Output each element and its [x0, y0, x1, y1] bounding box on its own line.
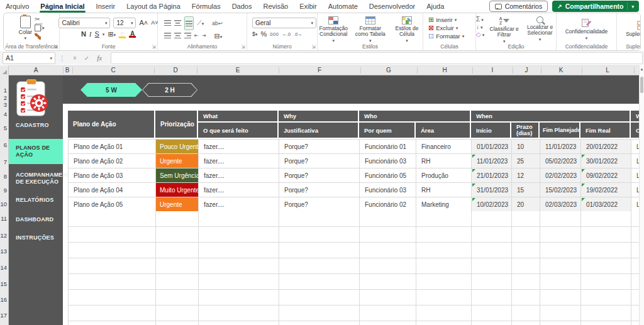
dialog-launcher-icon[interactable]: ⇲ — [241, 45, 245, 50]
decrease-indent-button[interactable]: ⇤ — [194, 33, 199, 38]
cell-area[interactable]: Produção — [416, 168, 472, 183]
cancel-icon[interactable]: × — [73, 55, 77, 62]
menu-tab-pagina-inicial[interactable]: Página Inicial — [35, 0, 90, 13]
cell-area[interactable]: RH — [416, 183, 472, 197]
cell-priority[interactable]: Muito Urgente — [156, 183, 199, 197]
cell-fim-real[interactable]: 09/02/2022 — [581, 168, 631, 183]
conditional-formatting-button[interactable]: Formatação Condicional ▾ — [318, 16, 350, 43]
cell-inicio[interactable]: 01/01/2023 — [472, 140, 512, 154]
empty-cell[interactable] — [581, 274, 631, 290]
empty-cell[interactable] — [416, 227, 472, 243]
empty-cell[interactable] — [416, 243, 472, 258]
fill-button[interactable]: ↓▾ — [476, 24, 483, 30]
sidebar-item-instrucoes[interactable]: INSTRUÇÕES — [9, 233, 63, 243]
cell-what[interactable]: fazer.... — [199, 168, 279, 183]
empty-cell[interactable] — [631, 274, 639, 290]
cell-who[interactable]: Funcionário 02 — [360, 197, 416, 212]
cell-prazo[interactable]: 25 — [512, 154, 540, 168]
cell-styles-button[interactable]: Estilos de Célula ▾ — [391, 16, 423, 43]
align-middle-button[interactable] — [174, 20, 181, 26]
header-group-when[interactable]: When — [471, 111, 630, 121]
enter-check-icon[interactable]: ✓ — [84, 55, 89, 62]
orientation-button[interactable]: ⟋▾ — [197, 19, 204, 26]
empty-cell[interactable] — [199, 243, 279, 258]
cell-onde[interactable]: Loc — [631, 154, 639, 168]
insert-function-icon[interactable]: fx — [97, 54, 102, 62]
cell-plan[interactable]: Plano de Ação 01 — [69, 140, 156, 154]
cell-inicio[interactable]: 31/01/2023 — [472, 183, 512, 197]
cell-plan[interactable]: Plano de Ação 02 — [69, 154, 156, 168]
sidebar-item-planos-de-acao[interactable]: PLANOS DE AÇÃO — [9, 139, 63, 164]
empty-cell[interactable] — [279, 258, 360, 274]
format-cells-button[interactable]: ⊡Formatar▾ — [428, 33, 464, 40]
column-header[interactable]: F — [318, 67, 321, 74]
empty-cell[interactable] — [540, 321, 581, 325]
menu-tab-revisao[interactable]: Revisão — [257, 0, 294, 13]
menu-tab-ajuda[interactable]: Ajuda — [421, 0, 450, 13]
fill-color-button[interactable]: ◌ — [119, 30, 126, 38]
empty-cell[interactable] — [581, 321, 631, 325]
empty-cell[interactable] — [156, 321, 199, 325]
cell-onde[interactable]: Loc — [631, 140, 639, 154]
empty-cell[interactable] — [472, 227, 512, 243]
row-header[interactable]: 11 — [1, 215, 7, 222]
delete-cells-button[interactable]: ⊠Excluir▾ — [428, 25, 458, 31]
header-group-what[interactable]: What — [198, 111, 277, 121]
bold-button[interactable]: N — [81, 30, 86, 38]
empty-cell[interactable] — [69, 211, 156, 227]
column-header[interactable]: A — [34, 67, 38, 74]
empty-cell[interactable] — [472, 274, 512, 290]
empty-cell[interactable] — [416, 321, 472, 325]
empty-cell[interactable] — [69, 258, 156, 274]
empty-cell[interactable] — [472, 321, 512, 325]
empty-cell[interactable] — [472, 211, 512, 227]
cell-area[interactable]: Financeiro — [416, 140, 472, 154]
empty-cell[interactable] — [581, 211, 631, 227]
header-onde[interactable]: On — [631, 123, 639, 138]
cell-why[interactable]: Porque? — [279, 197, 360, 212]
empty-cell[interactable] — [360, 306, 416, 321]
cell-who[interactable]: Funcionário 05 — [360, 168, 416, 183]
header-o-que-sera-feito[interactable]: O que será feito — [198, 123, 277, 138]
empty-cell[interactable] — [472, 306, 512, 321]
cell-inicio[interactable]: 11/01/2023 — [472, 154, 512, 168]
empty-cell[interactable] — [416, 211, 472, 227]
empty-cell[interactable] — [360, 243, 416, 258]
cell-plan[interactable]: Plano de Ação 05 — [69, 197, 156, 212]
comments-button[interactable]: Comentários — [489, 1, 548, 12]
header-area[interactable]: Área — [416, 123, 470, 138]
column-header[interactable]: E — [236, 67, 240, 74]
cell-why[interactable]: Porque? — [279, 154, 360, 168]
cell-area[interactable]: RH — [416, 154, 472, 168]
column-header[interactable]: D — [173, 67, 177, 74]
decrease-decimal-button[interactable]: .0→ — [294, 31, 303, 37]
row-headers[interactable]: 1 2 3 4 5 6 7 8 9 10 11 12 13 14 15 16 1… — [0, 75, 9, 325]
vertical-scrollbar[interactable]: ▲ — [639, 65, 644, 325]
decrease-font-size-button[interactable]: A˅ — [151, 19, 158, 26]
menu-tab-inserir[interactable]: Inserir — [91, 0, 121, 13]
empty-cell[interactable] — [156, 243, 199, 258]
number-format-select[interactable]: Geral▾ — [252, 18, 316, 28]
sidebar-item-acompanhamento[interactable]: ACOMPANHAMENTO DE EXECUÇÃO — [9, 170, 62, 187]
empty-cell[interactable] — [360, 258, 416, 274]
empty-cell[interactable] — [631, 258, 639, 274]
empty-cell[interactable] — [512, 243, 540, 258]
cell-onde[interactable]: Loc — [631, 197, 639, 212]
empty-cell[interactable] — [631, 290, 639, 306]
row-header[interactable]: 13 — [0, 248, 7, 255]
empty-cell[interactable] — [279, 306, 360, 321]
scrollbar-thumb[interactable] — [640, 77, 643, 93]
cell-onde[interactable]: Loc — [631, 183, 639, 197]
header-group-why[interactable]: Why — [279, 111, 358, 121]
empty-cell[interactable] — [199, 274, 279, 290]
empty-cell[interactable] — [360, 227, 416, 243]
cell-priority[interactable]: Urgente — [156, 197, 199, 212]
row-header[interactable]: 7 — [4, 158, 7, 165]
menu-tab-automate[interactable]: Automate — [323, 0, 364, 13]
empty-cell[interactable] — [69, 306, 156, 321]
comma-style-button[interactable]: 000 — [270, 31, 279, 37]
header-priorizacao[interactable]: Priorização — [155, 111, 197, 138]
column-header[interactable]: I — [492, 67, 494, 74]
row-header[interactable]: 17 — [0, 312, 7, 319]
empty-cell[interactable] — [512, 227, 540, 243]
